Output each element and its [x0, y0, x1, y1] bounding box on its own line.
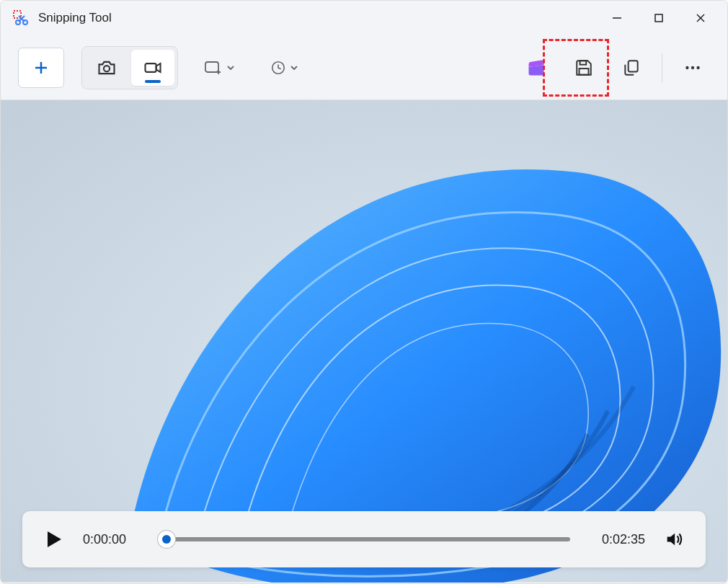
close-button[interactable] — [680, 1, 722, 35]
video-player-bar: 0:00:00 0:02:35 — [22, 511, 706, 567]
camera-icon — [97, 58, 117, 78]
maximize-button[interactable] — [638, 1, 680, 35]
mode-toggle-group — [81, 46, 178, 89]
svg-rect-17 — [629, 61, 638, 71]
svg-point-20 — [696, 66, 699, 68]
window-controls — [596, 1, 722, 35]
current-time: 0:00:00 — [83, 532, 141, 547]
clipchamp-icon — [526, 58, 546, 78]
svg-rect-11 — [205, 62, 218, 72]
svg-rect-4 — [655, 14, 662, 22]
delay-dropdown[interactable] — [262, 50, 308, 86]
video-preview — [1, 100, 727, 583]
video-camera-icon — [143, 58, 163, 78]
preview-area: 0:00:00 0:02:35 — [1, 100, 727, 583]
svg-point-19 — [691, 66, 694, 68]
svg-rect-16 — [580, 68, 589, 75]
copy-button[interactable] — [614, 50, 649, 85]
svg-point-9 — [104, 66, 110, 71]
total-time: 0:02:35 — [587, 532, 645, 547]
ellipsis-icon — [683, 58, 702, 77]
plus-icon — [32, 59, 50, 76]
active-indicator — [145, 80, 161, 83]
svg-rect-10 — [146, 63, 156, 72]
app-title: Snipping Tool — [38, 11, 112, 25]
right-tools — [519, 50, 710, 85]
divider — [662, 53, 662, 82]
new-snip-button[interactable] — [18, 48, 64, 88]
seek-slider[interactable] — [158, 531, 570, 548]
save-button[interactable] — [567, 50, 601, 85]
chevron-down-icon — [289, 63, 299, 73]
minimize-button[interactable] — [596, 1, 638, 35]
titlebar: Snipping Tool — [1, 1, 727, 35]
seek-track — [158, 537, 570, 541]
seek-thumb[interactable] — [158, 531, 175, 548]
clock-icon — [270, 60, 286, 76]
svg-point-2 — [23, 20, 27, 25]
more-button[interactable] — [675, 50, 710, 85]
chevron-down-icon — [226, 63, 236, 73]
copy-icon — [622, 58, 641, 77]
svg-point-18 — [685, 66, 688, 68]
speaker-icon — [664, 529, 684, 549]
svg-rect-15 — [580, 61, 587, 64]
play-icon — [45, 530, 63, 549]
volume-button[interactable] — [662, 528, 685, 551]
screenshot-mode-button[interactable] — [85, 50, 128, 86]
video-mode-button[interactable] — [131, 50, 174, 86]
save-icon — [574, 58, 593, 77]
snip-shape-dropdown[interactable] — [195, 50, 244, 86]
toolbar — [1, 35, 727, 100]
app-icon — [12, 9, 30, 27]
clipchamp-button[interactable] — [519, 50, 554, 85]
snipping-tool-window: Snipping Tool — [0, 0, 728, 584]
rectangle-plus-icon — [204, 60, 223, 76]
play-button[interactable] — [43, 528, 66, 551]
svg-point-1 — [16, 20, 20, 25]
